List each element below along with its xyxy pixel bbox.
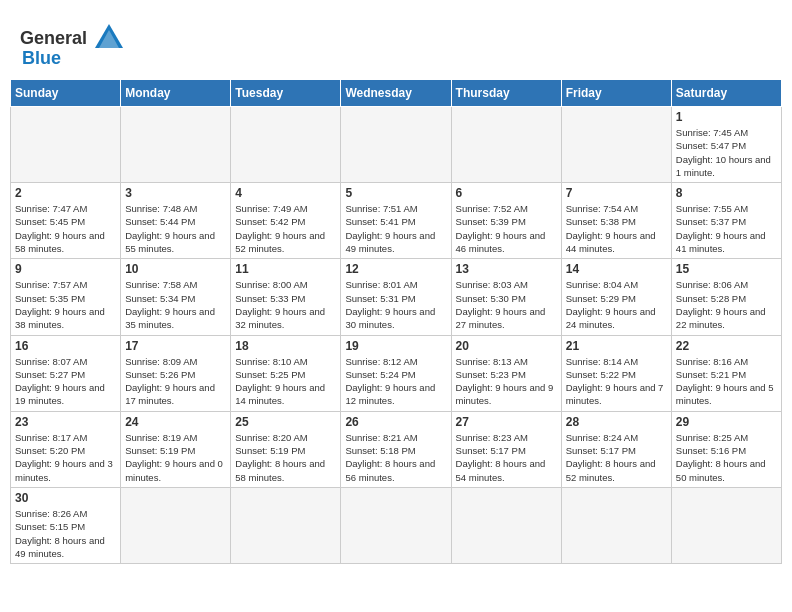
calendar-week-row: 30Sunrise: 8:26 AM Sunset: 5:15 PM Dayli…: [11, 487, 782, 563]
calendar-cell: [341, 107, 451, 183]
calendar-cell: 19Sunrise: 8:12 AM Sunset: 5:24 PM Dayli…: [341, 335, 451, 411]
calendar-cell: 20Sunrise: 8:13 AM Sunset: 5:23 PM Dayli…: [451, 335, 561, 411]
logo-blue-text: Blue: [22, 48, 61, 69]
day-info: Sunrise: 8:07 AM Sunset: 5:27 PM Dayligh…: [15, 355, 116, 408]
calendar-cell: 7Sunrise: 7:54 AM Sunset: 5:38 PM Daylig…: [561, 183, 671, 259]
calendar-cell: [231, 487, 341, 563]
calendar-cell: 22Sunrise: 8:16 AM Sunset: 5:21 PM Dayli…: [671, 335, 781, 411]
day-info: Sunrise: 7:49 AM Sunset: 5:42 PM Dayligh…: [235, 202, 336, 255]
calendar-cell: 27Sunrise: 8:23 AM Sunset: 5:17 PM Dayli…: [451, 411, 561, 487]
calendar-cell: 13Sunrise: 8:03 AM Sunset: 5:30 PM Dayli…: [451, 259, 561, 335]
calendar-table: SundayMondayTuesdayWednesdayThursdayFrid…: [10, 79, 782, 564]
day-number: 26: [345, 415, 446, 429]
day-info: Sunrise: 8:16 AM Sunset: 5:21 PM Dayligh…: [676, 355, 777, 408]
day-number: 9: [15, 262, 116, 276]
day-info: Sunrise: 7:52 AM Sunset: 5:39 PM Dayligh…: [456, 202, 557, 255]
calendar-cell: [341, 487, 451, 563]
calendar-cell: 18Sunrise: 8:10 AM Sunset: 5:25 PM Dayli…: [231, 335, 341, 411]
day-info: Sunrise: 8:17 AM Sunset: 5:20 PM Dayligh…: [15, 431, 116, 484]
day-info: Sunrise: 8:26 AM Sunset: 5:15 PM Dayligh…: [15, 507, 116, 560]
day-info: Sunrise: 8:09 AM Sunset: 5:26 PM Dayligh…: [125, 355, 226, 408]
calendar-cell: [671, 487, 781, 563]
calendar-week-row: 9Sunrise: 7:57 AM Sunset: 5:35 PM Daylig…: [11, 259, 782, 335]
day-header-friday: Friday: [561, 80, 671, 107]
day-number: 25: [235, 415, 336, 429]
day-number: 28: [566, 415, 667, 429]
day-info: Sunrise: 7:45 AM Sunset: 5:47 PM Dayligh…: [676, 126, 777, 179]
day-info: Sunrise: 8:06 AM Sunset: 5:28 PM Dayligh…: [676, 278, 777, 331]
calendar-cell: 23Sunrise: 8:17 AM Sunset: 5:20 PM Dayli…: [11, 411, 121, 487]
day-number: 19: [345, 339, 446, 353]
day-info: Sunrise: 8:00 AM Sunset: 5:33 PM Dayligh…: [235, 278, 336, 331]
calendar-cell: 1Sunrise: 7:45 AM Sunset: 5:47 PM Daylig…: [671, 107, 781, 183]
calendar-cell: 15Sunrise: 8:06 AM Sunset: 5:28 PM Dayli…: [671, 259, 781, 335]
calendar-cell: 9Sunrise: 7:57 AM Sunset: 5:35 PM Daylig…: [11, 259, 121, 335]
day-number: 30: [15, 491, 116, 505]
calendar-cell: 8Sunrise: 7:55 AM Sunset: 5:37 PM Daylig…: [671, 183, 781, 259]
day-number: 22: [676, 339, 777, 353]
calendar-cell: 28Sunrise: 8:24 AM Sunset: 5:17 PM Dayli…: [561, 411, 671, 487]
day-number: 14: [566, 262, 667, 276]
calendar-cell: 11Sunrise: 8:00 AM Sunset: 5:33 PM Dayli…: [231, 259, 341, 335]
calendar-cell: 3Sunrise: 7:48 AM Sunset: 5:44 PM Daylig…: [121, 183, 231, 259]
day-number: 8: [676, 186, 777, 200]
day-number: 15: [676, 262, 777, 276]
calendar-cell: 16Sunrise: 8:07 AM Sunset: 5:27 PM Dayli…: [11, 335, 121, 411]
day-header-saturday: Saturday: [671, 80, 781, 107]
calendar-cell: [561, 487, 671, 563]
day-header-sunday: Sunday: [11, 80, 121, 107]
calendar-cell: [121, 487, 231, 563]
day-number: 12: [345, 262, 446, 276]
day-info: Sunrise: 8:12 AM Sunset: 5:24 PM Dayligh…: [345, 355, 446, 408]
day-info: Sunrise: 8:20 AM Sunset: 5:19 PM Dayligh…: [235, 431, 336, 484]
day-header-wednesday: Wednesday: [341, 80, 451, 107]
header: General Blue: [10, 10, 782, 74]
day-number: 27: [456, 415, 557, 429]
day-info: Sunrise: 8:14 AM Sunset: 5:22 PM Dayligh…: [566, 355, 667, 408]
day-info: Sunrise: 8:23 AM Sunset: 5:17 PM Dayligh…: [456, 431, 557, 484]
calendar-cell: 25Sunrise: 8:20 AM Sunset: 5:19 PM Dayli…: [231, 411, 341, 487]
calendar-cell: 14Sunrise: 8:04 AM Sunset: 5:29 PM Dayli…: [561, 259, 671, 335]
day-number: 11: [235, 262, 336, 276]
day-number: 2: [15, 186, 116, 200]
day-info: Sunrise: 7:54 AM Sunset: 5:38 PM Dayligh…: [566, 202, 667, 255]
day-number: 13: [456, 262, 557, 276]
calendar-cell: [11, 107, 121, 183]
calendar-cell: 12Sunrise: 8:01 AM Sunset: 5:31 PM Dayli…: [341, 259, 451, 335]
day-info: Sunrise: 8:10 AM Sunset: 5:25 PM Dayligh…: [235, 355, 336, 408]
calendar-cell: [451, 107, 561, 183]
day-info: Sunrise: 7:57 AM Sunset: 5:35 PM Dayligh…: [15, 278, 116, 331]
day-header-monday: Monday: [121, 80, 231, 107]
day-number: 23: [15, 415, 116, 429]
day-info: Sunrise: 7:55 AM Sunset: 5:37 PM Dayligh…: [676, 202, 777, 255]
calendar-cell: 30Sunrise: 8:26 AM Sunset: 5:15 PM Dayli…: [11, 487, 121, 563]
day-header-tuesday: Tuesday: [231, 80, 341, 107]
calendar-week-row: 16Sunrise: 8:07 AM Sunset: 5:27 PM Dayli…: [11, 335, 782, 411]
day-info: Sunrise: 8:19 AM Sunset: 5:19 PM Dayligh…: [125, 431, 226, 484]
calendar-week-row: 1Sunrise: 7:45 AM Sunset: 5:47 PM Daylig…: [11, 107, 782, 183]
day-number: 29: [676, 415, 777, 429]
day-number: 3: [125, 186, 226, 200]
day-number: 21: [566, 339, 667, 353]
calendar-cell: 21Sunrise: 8:14 AM Sunset: 5:22 PM Dayli…: [561, 335, 671, 411]
logo: General Blue: [20, 20, 127, 69]
day-info: Sunrise: 8:24 AM Sunset: 5:17 PM Dayligh…: [566, 431, 667, 484]
calendar-cell: [121, 107, 231, 183]
calendar-cell: [231, 107, 341, 183]
day-info: Sunrise: 8:13 AM Sunset: 5:23 PM Dayligh…: [456, 355, 557, 408]
calendar-cell: 17Sunrise: 8:09 AM Sunset: 5:26 PM Dayli…: [121, 335, 231, 411]
day-number: 4: [235, 186, 336, 200]
day-number: 18: [235, 339, 336, 353]
calendar-cell: 26Sunrise: 8:21 AM Sunset: 5:18 PM Dayli…: [341, 411, 451, 487]
calendar-cell: 4Sunrise: 7:49 AM Sunset: 5:42 PM Daylig…: [231, 183, 341, 259]
calendar-cell: 24Sunrise: 8:19 AM Sunset: 5:19 PM Dayli…: [121, 411, 231, 487]
calendar-cell: 5Sunrise: 7:51 AM Sunset: 5:41 PM Daylig…: [341, 183, 451, 259]
day-info: Sunrise: 7:51 AM Sunset: 5:41 PM Dayligh…: [345, 202, 446, 255]
calendar-header-row: SundayMondayTuesdayWednesdayThursdayFrid…: [11, 80, 782, 107]
day-info: Sunrise: 8:03 AM Sunset: 5:30 PM Dayligh…: [456, 278, 557, 331]
calendar-week-row: 23Sunrise: 8:17 AM Sunset: 5:20 PM Dayli…: [11, 411, 782, 487]
day-number: 10: [125, 262, 226, 276]
day-info: Sunrise: 8:04 AM Sunset: 5:29 PM Dayligh…: [566, 278, 667, 331]
day-number: 5: [345, 186, 446, 200]
day-info: Sunrise: 7:48 AM Sunset: 5:44 PM Dayligh…: [125, 202, 226, 255]
